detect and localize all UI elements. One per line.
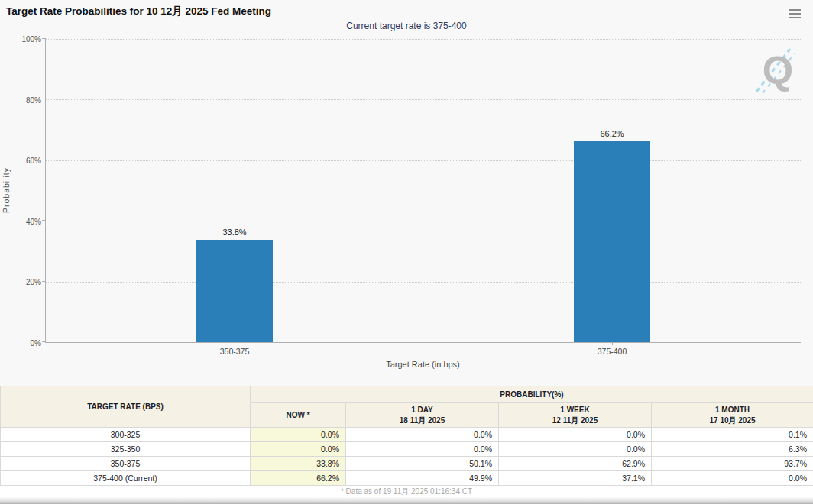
gridline <box>46 221 801 221</box>
rate-cell: 375-400 (Current) <box>1 471 251 486</box>
quikstrike-q-watermark-logo: Q <box>755 44 801 98</box>
col-header-now: NOW * <box>251 403 346 428</box>
week-cell: 0.0% <box>499 428 652 442</box>
probability-table: TARGET RATE (BPS) PROBABILITY(%) NOW * 1… <box>0 386 813 486</box>
col-header-1-week: 1 WEEK 12 11月 2025 <box>499 403 652 428</box>
x-tick-mark <box>235 342 235 345</box>
week-cell: 0.0% <box>499 442 652 457</box>
y-tick-mark <box>42 99 46 99</box>
page-title: Target Rate Probabilities for 10 12月 202… <box>6 5 271 18</box>
bottom-gradient-bar <box>0 497 813 504</box>
col-header-1-month: 1 MONTH 17 10月 2025 <box>652 403 813 428</box>
gridline <box>46 99 801 100</box>
col-header-1-day: 1 DAY 18 11月 2025 <box>346 403 499 428</box>
table-row: 350-37533.8%50.1%62.9%93.7% <box>1 457 813 471</box>
table-row: 300-3250.0%0.0%0.0%0.1% <box>1 428 813 442</box>
rate-cell: 300-325 <box>1 428 251 442</box>
hamburger-menu-icon[interactable] <box>787 7 802 21</box>
data-as-of-footnote: * Data as of 19 11月 2025 01:16:34 CT <box>0 486 813 497</box>
now-cell: 0.0% <box>251 442 346 457</box>
month-cell: 6.3% <box>652 442 813 457</box>
y-tick-mark <box>42 38 46 39</box>
y-tick-label: 100% <box>21 35 41 44</box>
day-cell: 50.1% <box>346 457 499 471</box>
month-cell: 0.1% <box>652 428 813 442</box>
now-cell: 66.2% <box>251 471 346 486</box>
day-cell: 0.0% <box>346 442 499 457</box>
y-tick-label: 80% <box>26 95 41 104</box>
y-tick-mark <box>42 281 46 282</box>
y-tick-label: 20% <box>26 278 41 286</box>
bar-value-label: 33.8% <box>222 228 246 237</box>
month-cell: 0.0% <box>652 471 813 486</box>
day-cell: 49.9% <box>346 471 499 486</box>
y-tick-mark <box>42 341 46 342</box>
y-tick-label: 40% <box>26 217 41 225</box>
now-cell: 33.8% <box>251 457 346 471</box>
table-body: 300-3250.0%0.0%0.0%0.1%325-3500.0%0.0%0.… <box>1 428 813 486</box>
svg-text:Q: Q <box>763 48 793 92</box>
now-cell: 0.0% <box>251 428 346 442</box>
day-cell: 0.0% <box>346 428 499 442</box>
x-tick-label: 375-400 <box>598 347 627 356</box>
y-tick-mark <box>42 160 46 160</box>
plot-area: 33.8%350-37566.2%375-400 <box>45 39 801 343</box>
current-target-rate-subtitle: Current target rate is 375-400 <box>0 21 813 31</box>
fedwatch-chart-panel: Target Rate Probabilities for 10 12月 202… <box>0 0 813 386</box>
bar-value-label: 66.2% <box>600 129 624 138</box>
month-cell: 93.7% <box>652 457 813 471</box>
week-cell: 37.1% <box>499 471 652 486</box>
probability-bar[interactable]: 33.8% <box>196 240 273 342</box>
table-row: 325-3500.0%0.0%0.0%6.3% <box>1 442 813 457</box>
gridline <box>46 39 801 40</box>
y-axis-tick-labels: 0%20%40%60%80%100% <box>0 39 41 343</box>
y-tick-mark <box>42 220 46 221</box>
y-tick-label: 60% <box>26 157 41 165</box>
table-row: 375-400 (Current)66.2%49.9%37.1%0.0% <box>1 471 813 486</box>
x-tick-mark <box>612 342 613 345</box>
x-axis-title: Target Rate (in bps) <box>45 360 801 369</box>
col-header-target-rate: TARGET RATE (BPS) <box>1 386 251 428</box>
rate-cell: 325-350 <box>1 442 251 457</box>
probability-bar[interactable]: 66.2% <box>574 141 650 342</box>
col-group-header-probability: PROBABILITY(%) <box>251 386 813 403</box>
x-tick-label: 350-375 <box>220 347 250 356</box>
y-tick-label: 0% <box>31 339 41 347</box>
gridline <box>46 160 801 161</box>
gridline <box>46 282 801 283</box>
week-cell: 62.9% <box>499 457 652 471</box>
rate-cell: 350-375 <box>1 457 251 471</box>
